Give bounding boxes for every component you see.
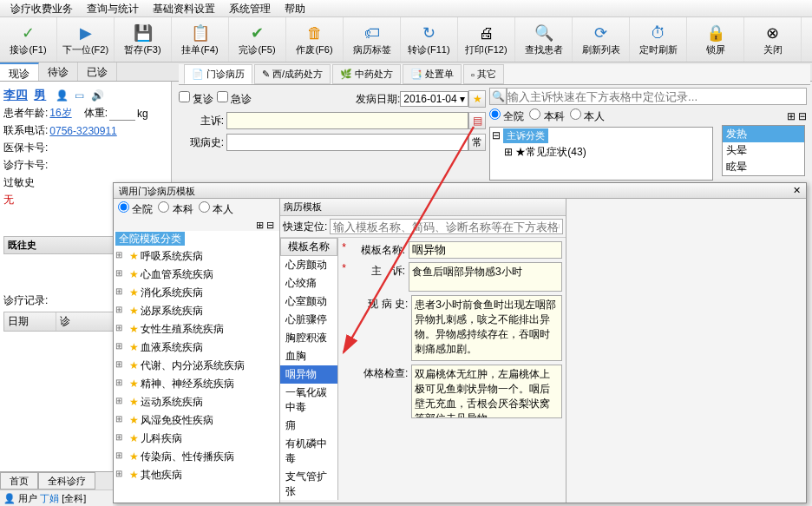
tree-toggle[interactable]: ⊞ ⊟ — [114, 220, 279, 231]
menu-item[interactable]: 查询与统计 — [80, 2, 146, 15]
toolbar-button[interactable]: 📋挂单(F4) — [172, 17, 229, 62]
menu-item[interactable]: 系统管理 — [222, 2, 278, 15]
template-item[interactable]: 心房颤动 — [280, 256, 337, 274]
template-item[interactable]: 咽异物 — [280, 365, 337, 384]
category-item[interactable]: ★消化系统疾病 — [114, 284, 279, 302]
main-toolbar: ✓接诊(F1)▶下一位(F2)💾暂存(F3)📋挂单(F4)✔完诊(F5)🗑作废(… — [0, 17, 812, 62]
toolbar-button[interactable]: 🖨打印(F12) — [458, 17, 515, 62]
scope-all[interactable]: 全院 — [489, 108, 524, 124]
record-tab[interactable]: 📑处置单 — [403, 64, 462, 84]
tab-current[interactable]: 现诊 — [0, 62, 39, 81]
template-item[interactable]: 有机磷中毒 — [280, 435, 337, 468]
toolbar-button[interactable]: 💾暂存(F3) — [115, 17, 172, 62]
tab-done[interactable]: 已诊 — [78, 62, 117, 81]
onset-date[interactable]: 2016-01-04 ▾ — [400, 91, 468, 107]
tree-root-node[interactable]: 全院模板分类 — [115, 232, 185, 246]
template-item[interactable]: 胸腔积液 — [280, 329, 337, 347]
quickloc-input[interactable] — [330, 219, 563, 234]
menu-item[interactable]: 诊疗收费业务 — [3, 2, 80, 15]
repeat-checkbox[interactable]: 复诊 — [179, 91, 213, 107]
freq-button[interactable]: 常 — [468, 134, 486, 151]
template-item[interactable]: 支气管扩张 — [280, 468, 337, 500]
template-item[interactable]: 心室颤动 — [280, 292, 337, 311]
category-item[interactable]: ★其他疾病 — [114, 466, 279, 484]
col-date[interactable]: 日期 — [4, 312, 56, 331]
category-item[interactable]: ★代谢、内分泌系统疾病 — [114, 357, 279, 375]
scope-dept[interactable]: 本科 — [529, 108, 564, 124]
toolbar-button[interactable]: ↻转诊(F11) — [401, 17, 458, 62]
toolbar-icon: ⟳ — [591, 23, 612, 43]
tab-dept[interactable]: 全科诊疗 — [38, 472, 95, 490]
tree-toggle-icon[interactable]: ⊞ ⊟ — [787, 110, 807, 122]
tree-child[interactable]: ★常见症状(43) — [515, 146, 586, 158]
dialog-title: 调用门诊病历模板 — [119, 185, 195, 196]
template-item[interactable]: 心脏骤停 — [280, 311, 337, 329]
toolbar-button[interactable]: ✔完诊(F5) — [229, 17, 286, 62]
template-item[interactable]: 血胸 — [280, 347, 337, 365]
toolbar-button[interactable]: 🏷病历标签 — [344, 17, 401, 62]
symptom-item[interactable]: 眩晕 — [723, 159, 804, 175]
toolbar-button[interactable]: ⟳刷新列表 — [573, 17, 630, 62]
person-icon[interactable]: 👤 — [56, 89, 69, 102]
record-tab[interactable]: ▫其它 — [463, 64, 504, 84]
template-item[interactable]: 心绞痛 — [280, 274, 337, 292]
category-item[interactable]: ★呼吸系统疾病 — [114, 247, 279, 266]
category-item[interactable]: ★血液系统疾病 — [114, 338, 279, 357]
category-item[interactable]: ★运动系统疾病 — [114, 393, 279, 411]
menu-item[interactable]: 帮助 — [278, 2, 312, 15]
weight-input[interactable] — [109, 107, 135, 121]
category-item[interactable]: ★女性生殖系统疾病 — [114, 320, 279, 338]
urgent-checkbox[interactable]: 急诊 — [217, 91, 252, 107]
tab-home[interactable]: 首页 — [0, 472, 38, 490]
user-name[interactable]: 丁娟 — [40, 493, 59, 503]
tpl-exam-input[interactable] — [411, 365, 562, 418]
tree-root[interactable]: 主诉分类 — [503, 128, 548, 143]
patient-name[interactable]: 李四 — [3, 88, 28, 103]
tpl-present-input[interactable] — [411, 295, 562, 361]
close-icon[interactable]: ✕ — [793, 185, 801, 196]
quick-search-input[interactable] — [507, 88, 807, 105]
toolbar-button[interactable]: 🗑作废(F6) — [286, 17, 344, 62]
dlg-scope-self[interactable]: 本人 — [199, 201, 233, 217]
dlg-scope-all[interactable]: 全院 — [118, 201, 153, 217]
search-icon[interactable]: 🔍 — [489, 88, 507, 105]
toolbar-button[interactable]: ▶下一位(F2) — [57, 17, 115, 62]
category-item[interactable]: ★心血管系统疾病 — [114, 266, 279, 284]
dlg-scope-dept[interactable]: 本科 — [158, 201, 193, 217]
toolbar-button[interactable]: ✓接诊(F1) — [0, 17, 57, 62]
record-tab[interactable]: 🌿中药处方 — [332, 64, 401, 84]
category-item[interactable]: ★泌尿系统疾病 — [114, 302, 279, 320]
card-icon[interactable]: ▭ — [75, 89, 84, 102]
record-tab[interactable]: 📄门诊病历 — [184, 64, 252, 84]
symptom-item[interactable]: 发热 — [723, 126, 804, 142]
category-item[interactable]: ★传染病、性传播疾病 — [114, 448, 279, 466]
toolbar-button[interactable]: 🔍查找患者 — [515, 17, 573, 62]
template-item[interactable]: 痈 — [280, 417, 337, 435]
phone-value[interactable]: 0756-3230911 — [49, 125, 116, 137]
category-item[interactable]: ★风湿免疫性疾病 — [114, 411, 279, 430]
chief-input[interactable] — [226, 112, 468, 129]
toolbar-button[interactable]: ⏱定时刷新 — [630, 17, 687, 62]
category-item[interactable]: ★儿科疾病 — [114, 430, 279, 448]
expand-button[interactable]: ▤ — [468, 112, 486, 129]
tpl-chief-input[interactable] — [409, 262, 562, 292]
record-tab[interactable]: ✎西/成药处方 — [254, 64, 331, 84]
chief-tree[interactable]: ⊟ 主诉分类 ⊞ ★常见症状(43) — [489, 127, 713, 181]
presenthist-input[interactable] — [226, 134, 468, 151]
scope-self[interactable]: 本人 — [570, 108, 605, 124]
symptom-item[interactable]: 头晕 — [723, 142, 804, 159]
sound-icon[interactable]: 🔊 — [91, 89, 104, 102]
template-item[interactable]: 一氧化碳中毒 — [280, 384, 337, 417]
category-tree[interactable]: 全院模板分类 ★呼吸系统疾病★心血管系统疾病★消化系统疾病★泌尿系统疾病★女性生… — [114, 231, 279, 503]
age-label: 患者年龄: — [3, 106, 48, 121]
toolbar-button[interactable]: ⊗关闭 — [744, 17, 802, 62]
toolbar-icon: ▶ — [75, 23, 96, 43]
star-button[interactable]: ★ — [468, 90, 486, 108]
tpl-name-input[interactable] — [409, 241, 562, 259]
menu-item[interactable]: 基础资料设置 — [146, 2, 222, 15]
tab-waiting[interactable]: 待诊 — [39, 62, 78, 81]
toolbar-button[interactable]: 🔒锁屏 — [687, 17, 744, 62]
template-list[interactable]: 心房颤动心绞痛心室颤动心脏骤停胸腔积液血胸咽异物一氧化碳中毒痈有机磷中毒支气管扩… — [280, 256, 337, 500]
category-item[interactable]: ★精神、神经系统疾病 — [114, 375, 279, 393]
col-template-name[interactable]: 模板名称 — [280, 238, 337, 256]
